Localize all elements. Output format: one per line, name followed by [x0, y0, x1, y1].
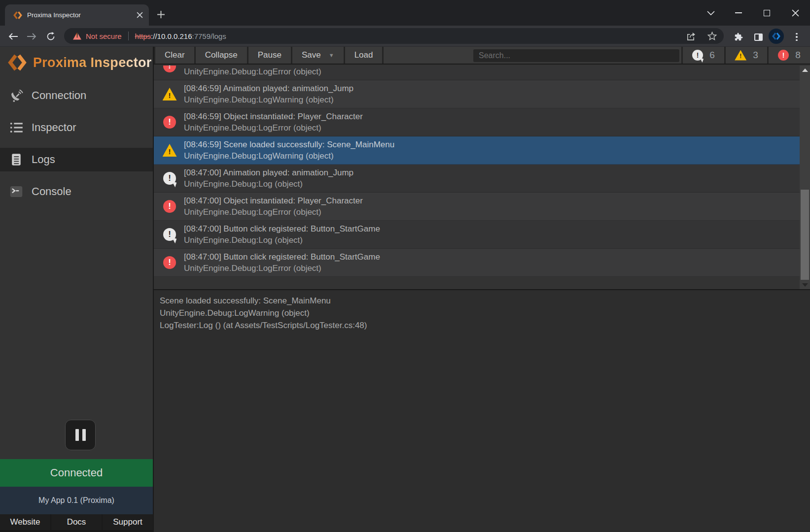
- error-count: 8: [795, 50, 801, 61]
- log-message: [08:47:00] Button click registered: Butt…: [184, 251, 380, 263]
- log-message: [08:46:59] Object instantiated: Player_C…: [184, 111, 363, 122]
- sidebar-item-logs[interactable]: Logs: [0, 148, 153, 171]
- not-secure-label: Not secure: [86, 32, 122, 40]
- browser-urlbar: Not secure https://10.0.0.216:7759/logs: [0, 26, 810, 47]
- log-list: UnityEngine.Debug:LogError (object) [08:…: [154, 66, 810, 289]
- detail-line: Scene loaded successfully: Scene_MainMen…: [160, 295, 804, 307]
- browser-window: Proxima Inspector: [0, 0, 810, 532]
- info-count-badge[interactable]: 6: [681, 47, 724, 64]
- back-button[interactable]: [4, 28, 22, 45]
- logs-toolbar: Clear Collapse Pause Save ▼ Load 6: [154, 47, 810, 65]
- window-chevron-icon[interactable]: [700, 2, 722, 24]
- side-panel-icon[interactable]: [751, 30, 766, 44]
- warning-icon: [163, 144, 177, 157]
- warning-count: 3: [753, 50, 758, 61]
- scroll-up-arrow-icon[interactable]: [800, 66, 810, 74]
- sidebar-item-label: Connection: [32, 89, 86, 102]
- error-icon: [163, 200, 176, 213]
- terminal-icon: [9, 184, 24, 199]
- log-message: [08:46:59] Scene loaded successfully: Sc…: [184, 139, 394, 150]
- log-row[interactable]: [08:47:00] Object instantiated: Player_C…: [154, 193, 810, 221]
- proxima-favicon-icon: [13, 11, 22, 20]
- reload-button[interactable]: [42, 28, 60, 45]
- tab-close-icon[interactable]: [137, 12, 143, 18]
- sidebar-item-connection[interactable]: Connection: [0, 84, 153, 107]
- info-icon: [692, 50, 703, 61]
- footer-link-website[interactable]: Website: [0, 514, 50, 530]
- sidebar-item-console[interactable]: Console: [0, 180, 153, 203]
- app-logo-text: Proxima Inspector: [33, 55, 152, 70]
- window-minimize-button[interactable]: [727, 2, 750, 24]
- sidebar-footer: Website Docs Support: [0, 514, 153, 532]
- log-row[interactable]: [08:46:59] Object instantiated: Player_C…: [154, 108, 810, 136]
- sidebar-item-label: Inspector: [32, 121, 76, 134]
- sidebar-nav: Connection Inspector: [0, 84, 153, 212]
- scroll-down-arrow-icon[interactable]: [800, 280, 810, 289]
- log-row[interactable]: [08:47:00] Button click registered: Butt…: [154, 249, 810, 277]
- share-icon[interactable]: [686, 32, 696, 41]
- url-path: :7759/logs: [192, 32, 226, 40]
- connected-app-label: My App 0.1 (Proxima): [0, 487, 153, 514]
- new-tab-button[interactable]: [154, 7, 168, 21]
- browser-menu-icon[interactable]: [789, 30, 804, 44]
- browser-titlebar: Proxima Inspector: [0, 0, 810, 26]
- warning-count-badge[interactable]: 3: [724, 47, 767, 64]
- pause-icon: [75, 429, 79, 441]
- url-scheme: https: [135, 32, 151, 40]
- info-icon: [163, 228, 176, 241]
- not-secure-warning-icon: [73, 33, 81, 40]
- pause-logs-button[interactable]: Pause: [248, 47, 292, 64]
- error-icon: [163, 256, 176, 269]
- log-row[interactable]: [08:47:00] Animation played: animation_J…: [154, 165, 810, 193]
- log-stack: UnityEngine.Debug:Log (object): [184, 234, 380, 246]
- bookmark-star-icon[interactable]: [707, 32, 717, 41]
- log-list-scrollbar: [800, 66, 810, 289]
- log-stack: UnityEngine.Debug:LogError (object): [184, 122, 363, 133]
- clear-button[interactable]: Clear: [155, 47, 196, 64]
- footer-link-support[interactable]: Support: [103, 514, 153, 530]
- log-stack: UnityEngine.Debug:LogError (object): [184, 206, 363, 218]
- detail-line: UnityEngine.Debug:LogWarning (object): [160, 307, 804, 319]
- collapse-button[interactable]: Collapse: [196, 47, 248, 64]
- log-message: [08:46:59] Animation played: animation_J…: [184, 83, 353, 94]
- window-maximize-button[interactable]: [755, 2, 778, 24]
- log-row[interactable]: UnityEngine.Debug:LogError (object): [154, 66, 810, 80]
- log-message: [08:47:00] Animation played: animation_J…: [184, 167, 353, 178]
- footer-link-docs[interactable]: Docs: [51, 514, 102, 530]
- load-button[interactable]: Load: [345, 47, 384, 64]
- log-message: [08:47:00] Button click registered: Butt…: [184, 223, 380, 234]
- save-button[interactable]: Save ▼: [292, 47, 345, 64]
- info-icon: [163, 172, 176, 185]
- log-count-badges: 6 3 8: [681, 47, 810, 64]
- log-stack: UnityEngine.Debug:LogError (object): [184, 263, 380, 274]
- forward-button[interactable]: [23, 28, 40, 45]
- logs-panel: Clear Collapse Pause Save ▼ Load 6: [153, 47, 810, 532]
- satellite-dish-icon: [9, 88, 24, 103]
- save-dropdown-caret-icon[interactable]: ▼: [329, 52, 334, 58]
- log-row[interactable]: [08:47:00] Button click registered: Butt…: [154, 221, 810, 249]
- scrollbar-thumb[interactable]: [801, 190, 809, 280]
- window-close-button[interactable]: [784, 2, 807, 24]
- pause-stream-button[interactable]: [65, 420, 96, 450]
- log-stack: UnityEngine.Debug:Log (object): [184, 178, 353, 190]
- error-icon: [778, 50, 789, 61]
- log-row[interactable]: [08:46:59] Animation played: animation_J…: [154, 80, 810, 108]
- sidebar-item-label: Logs: [32, 153, 55, 166]
- connection-status-badge: Connected: [0, 459, 153, 487]
- log-row[interactable]: [08:46:59] Scene loaded successfully: Sc…: [154, 136, 810, 165]
- error-icon: [163, 66, 176, 72]
- error-count-badge[interactable]: 8: [767, 47, 810, 64]
- error-icon: [163, 116, 176, 129]
- app-logo: Proxima Inspector: [8, 53, 152, 72]
- log-stack: UnityEngine.Debug:LogWarning (object): [184, 94, 353, 105]
- warning-icon: [163, 88, 177, 100]
- log-message: [08:47:00] Object instantiated: Player_C…: [184, 195, 363, 206]
- sidebar-item-inspector[interactable]: Inspector: [0, 116, 153, 139]
- search-input[interactable]: [473, 49, 679, 62]
- log-detail-panel: Scene loaded successfully: Scene_MainMen…: [154, 289, 810, 532]
- address-bar[interactable]: Not secure https://10.0.0.216:7759/logs: [64, 28, 724, 44]
- browser-tab[interactable]: Proxima Inspector: [5, 4, 149, 26]
- extensions-puzzle-icon[interactable]: [731, 30, 745, 44]
- document-icon: [9, 152, 24, 167]
- proxima-extension-icon[interactable]: [769, 29, 784, 44]
